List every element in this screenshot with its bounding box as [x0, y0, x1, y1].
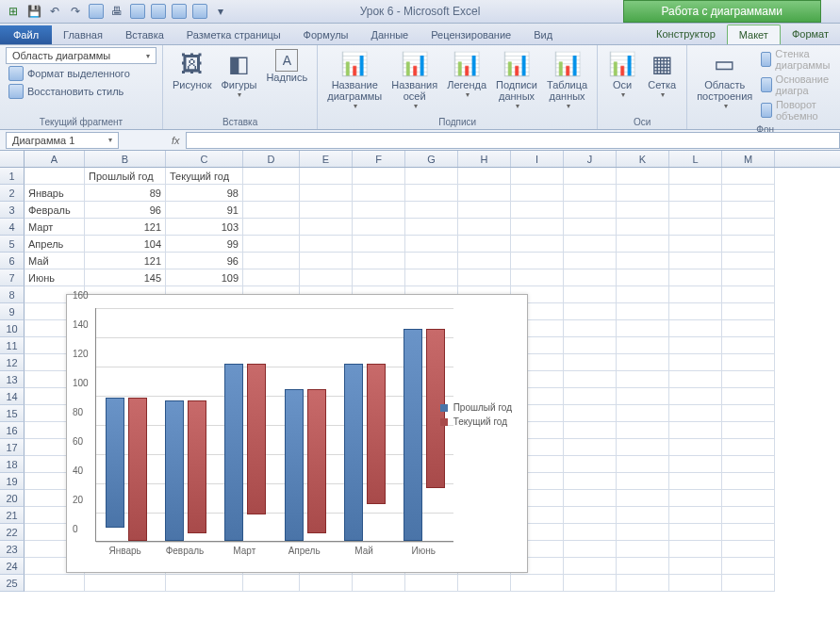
chart-title-button[interactable]: 📊Название диаграммы	[323, 47, 386, 112]
cell[interactable]	[353, 575, 405, 592]
cell[interactable]	[511, 185, 564, 202]
cell[interactable]	[458, 202, 511, 219]
cell[interactable]	[564, 236, 617, 253]
cell[interactable]	[669, 236, 722, 253]
gridlines-button[interactable]: ▦Сетка	[643, 47, 681, 101]
cell[interactable]	[669, 253, 722, 269]
cell[interactable]	[300, 219, 353, 236]
cell[interactable]: 145	[85, 269, 166, 286]
select-all-corner[interactable]	[0, 151, 25, 167]
cell[interactable]	[669, 490, 722, 507]
cell[interactable]	[669, 456, 722, 473]
cell[interactable]: 89	[85, 185, 166, 202]
cell[interactable]	[564, 320, 617, 337]
cell[interactable]	[564, 507, 617, 524]
cell[interactable]	[722, 473, 775, 490]
cell[interactable]	[564, 558, 617, 575]
bar-series-1[interactable]	[285, 389, 304, 541]
row-header[interactable]: 7	[0, 269, 25, 286]
cell[interactable]	[564, 490, 617, 507]
bar-series-1[interactable]	[344, 364, 363, 541]
cell[interactable]: Апрель	[25, 236, 85, 253]
bar-series-2[interactable]	[247, 364, 266, 514]
row-header[interactable]: 13	[0, 371, 25, 388]
row-header[interactable]: 23	[0, 541, 25, 558]
cell[interactable]	[564, 202, 617, 219]
cell[interactable]	[722, 303, 775, 320]
cell[interactable]	[564, 405, 617, 422]
bar-series-2[interactable]	[188, 400, 206, 533]
cell[interactable]	[617, 439, 669, 456]
col-header[interactable]: I	[511, 151, 564, 167]
textbox-button[interactable]: AНадпись	[262, 47, 311, 85]
row-header[interactable]: 10	[0, 320, 25, 337]
bar-group[interactable]	[344, 364, 386, 541]
cell[interactable]	[353, 219, 405, 236]
data-labels-button[interactable]: 📊Подписи данных	[492, 47, 541, 112]
cell[interactable]	[353, 185, 405, 202]
tab-design[interactable]: Конструктор	[645, 24, 727, 44]
cell[interactable]	[617, 168, 669, 185]
bar-series-1[interactable]	[106, 398, 124, 528]
tab-view[interactable]: Вид	[522, 25, 564, 44]
row-header[interactable]: 20	[0, 490, 25, 507]
cell[interactable]	[722, 490, 775, 507]
cell[interactable]	[617, 490, 669, 507]
legend-item[interactable]: Текущий год	[440, 416, 512, 427]
cell[interactable]	[353, 236, 405, 253]
cell[interactable]	[669, 388, 722, 405]
cell[interactable]	[511, 269, 564, 286]
cell[interactable]	[722, 456, 775, 473]
cell[interactable]	[722, 354, 775, 371]
cell[interactable]	[669, 269, 722, 286]
cell[interactable]	[511, 219, 564, 236]
row-header[interactable]: 2	[0, 185, 25, 202]
col-header[interactable]: D	[243, 151, 300, 167]
cell[interactable]	[300, 185, 353, 202]
bar-series-2[interactable]	[307, 389, 326, 533]
name-box[interactable]: Диаграмма 1	[6, 132, 119, 149]
plot-area[interactable]	[95, 308, 453, 542]
col-header[interactable]: E	[300, 151, 353, 167]
cell[interactable]	[722, 236, 775, 253]
col-header[interactable]: B	[85, 151, 166, 167]
cell[interactable]	[669, 473, 722, 490]
cell[interactable]	[353, 202, 405, 219]
cell[interactable]	[617, 303, 669, 320]
cell[interactable]	[458, 236, 511, 253]
cell[interactable]	[617, 456, 669, 473]
cell[interactable]	[243, 185, 300, 202]
cell[interactable]	[669, 185, 722, 202]
cell[interactable]	[300, 269, 353, 286]
bar-group[interactable]	[224, 364, 266, 541]
row-header[interactable]: 6	[0, 253, 25, 269]
cell[interactable]	[722, 202, 775, 219]
cell[interactable]	[405, 219, 458, 236]
cell[interactable]	[564, 541, 617, 558]
undo-icon[interactable]: ↶	[45, 2, 64, 21]
cell[interactable]	[617, 286, 669, 303]
cell[interactable]	[722, 524, 775, 541]
cell[interactable]	[458, 219, 511, 236]
cell[interactable]	[669, 507, 722, 524]
cell[interactable]: 98	[166, 185, 243, 202]
bar-series-1[interactable]	[224, 364, 243, 541]
cell[interactable]	[669, 337, 722, 354]
plot-area-button[interactable]: ▭Область построения	[693, 47, 756, 112]
row-header[interactable]: 21	[0, 507, 25, 524]
reset-style-button[interactable]: Восстановить стиль	[6, 83, 156, 100]
cell[interactable]	[564, 422, 617, 439]
legend-button[interactable]: 📊Легенда	[443, 47, 490, 101]
tab-format[interactable]: Формат	[781, 24, 840, 44]
cell[interactable]	[722, 269, 775, 286]
cell[interactable]	[722, 371, 775, 388]
bar-series-1[interactable]	[404, 329, 422, 541]
cell[interactable]	[511, 253, 564, 269]
row-header[interactable]: 16	[0, 422, 25, 439]
col-header[interactable]: K	[617, 151, 669, 167]
cell[interactable]	[669, 524, 722, 541]
cell[interactable]	[617, 337, 669, 354]
row-header[interactable]: 22	[0, 524, 25, 541]
cell[interactable]	[722, 219, 775, 236]
tab-formulas[interactable]: Формулы	[292, 25, 360, 44]
